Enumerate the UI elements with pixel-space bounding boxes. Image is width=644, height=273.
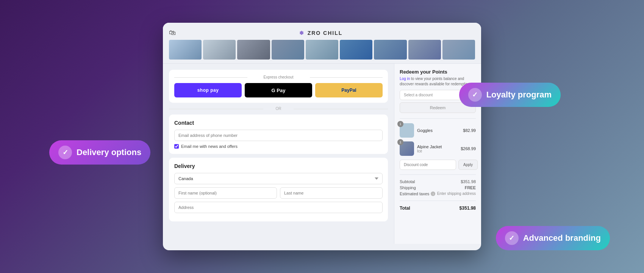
loyalty-badge-label: Loyalty program — [486, 90, 552, 100]
delivery-section: Delivery Canada — [169, 158, 388, 221]
divider-1 — [400, 118, 476, 119]
taxes-value: Enter shipping address — [437, 191, 476, 196]
checkout-window: 🛍 ❄ ZRO CHILL Express checkout — [163, 23, 481, 250]
jacket-name: Alpine Jacket — [417, 144, 458, 149]
taxes-label: Estimated taxes — [400, 191, 429, 196]
subtotal-row: Subtotal $351.98 — [400, 179, 476, 184]
express-checkout-section: Express checkout shop pay G Pay PayPal — [169, 70, 388, 103]
goggles-name: Goggles — [417, 128, 460, 133]
branding-badge-label: Advanced branding — [523, 233, 601, 243]
goggles-info: Goggles — [417, 128, 460, 133]
product-thumb-6[interactable] — [340, 40, 372, 60]
email-field[interactable] — [174, 130, 383, 141]
paypal-button[interactable]: PayPal — [315, 83, 383, 97]
loyalty-check-icon: ✓ — [468, 88, 482, 102]
name-row — [174, 187, 383, 202]
delivery-title: Delivery — [174, 163, 383, 169]
gpay-button[interactable]: G Pay — [245, 83, 312, 97]
jacket-info: Alpine Jacket Ice — [417, 144, 458, 153]
store-top-bar: 🛍 ❄ ZRO CHILL — [163, 23, 481, 64]
taxes-info-icon: i — [431, 191, 435, 196]
goggles-price: $82.99 — [463, 128, 476, 133]
content-area: Express checkout shop pay G Pay PayPal O… — [163, 64, 481, 244]
discount-code-row: Apply — [400, 160, 476, 170]
goggles-quantity-badge: 1 — [397, 121, 403, 127]
total-label: Total — [400, 206, 410, 211]
order-item-goggles: 1 Goggles $82.99 — [400, 123, 476, 138]
store-header: 🛍 ❄ ZRO CHILL — [169, 27, 475, 40]
advanced-branding-badge: ✓ Advanced branding — [496, 226, 610, 250]
contact-title: Contact — [174, 120, 383, 126]
login-link[interactable]: Log in — [400, 77, 410, 81]
product-thumb-3[interactable] — [237, 40, 270, 60]
address-field[interactable] — [174, 202, 383, 213]
newsletter-checkbox[interactable] — [174, 144, 179, 149]
express-checkout-label: Express checkout — [174, 75, 383, 79]
redeem-title: Redeem your Points — [400, 69, 476, 75]
payment-buttons: shop pay G Pay PayPal — [174, 83, 383, 97]
jacket-price: $268.99 — [461, 146, 476, 151]
apply-discount-button[interactable]: Apply — [458, 160, 478, 170]
jacket-quantity-badge: 1 — [397, 139, 403, 145]
total-value: $351.98 — [460, 206, 476, 211]
product-thumb-9[interactable] — [442, 40, 475, 60]
country-select[interactable]: Canada — [174, 173, 383, 184]
subtotal-label: Subtotal — [400, 179, 415, 184]
shipping-label: Shipping — [400, 185, 416, 190]
product-thumb-2[interactable] — [203, 40, 236, 60]
item-img-wrap-goggles: 1 — [400, 123, 414, 138]
cart-icon[interactable]: 🛍 — [169, 29, 176, 37]
shipping-row: Shipping FREE — [400, 185, 476, 190]
or-divider: OR — [169, 107, 388, 111]
loyalty-program-badge: ✓ Loyalty program — [459, 83, 561, 107]
discount-code-input[interactable] — [400, 160, 456, 170]
newsletter-label: Email me with news and offers — [181, 144, 238, 149]
pricing-summary: Subtotal $351.98 Shipping FREE Estimated… — [400, 179, 476, 211]
delivery-check-icon: ✓ — [58, 146, 72, 159]
order-item-jacket: 1 Alpine Jacket Ice $268.99 — [400, 141, 476, 156]
product-thumb-7[interactable] — [374, 40, 406, 60]
subtotal-value: $351.98 — [461, 179, 476, 184]
delivery-options-badge: ✓ Delivery options — [49, 140, 150, 165]
snowflake-icon: ❄ — [299, 30, 305, 36]
order-items-list: 1 Goggles $82.99 1 Alpine Jacket Ice — [400, 123, 476, 156]
product-thumb-5[interactable] — [306, 40, 338, 60]
left-panel: Express checkout shop pay G Pay PayPal O… — [163, 64, 394, 244]
item-img-wrap-jacket: 1 — [400, 141, 414, 156]
newsletter-row: Email me with news and offers — [174, 144, 383, 149]
divider-3 — [400, 201, 476, 201]
image-strip — [169, 40, 475, 63]
product-thumb-4[interactable] — [272, 40, 304, 60]
store-logo: ❄ ZRO CHILL — [299, 30, 343, 36]
contact-section: Contact Email me with news and offers — [169, 115, 388, 154]
divider-2 — [400, 174, 476, 175]
taxes-label-wrap: Estimated taxes i — [400, 191, 435, 196]
branding-check-icon: ✓ — [505, 231, 519, 245]
shop-pay-button[interactable]: shop pay — [174, 83, 242, 97]
last-name-field[interactable] — [280, 187, 383, 199]
total-row: Total $351.98 — [400, 206, 476, 211]
product-thumb-8[interactable] — [408, 40, 441, 60]
jacket-variant: Ice — [417, 149, 458, 153]
store-name: ZRO CHILL — [308, 30, 343, 36]
delivery-badge-label: Delivery options — [77, 147, 141, 157]
shipping-value: FREE — [465, 185, 476, 190]
taxes-row: Estimated taxes i Enter shipping address — [400, 191, 476, 196]
first-name-field[interactable] — [174, 187, 277, 199]
product-thumb-1[interactable] — [169, 40, 202, 60]
